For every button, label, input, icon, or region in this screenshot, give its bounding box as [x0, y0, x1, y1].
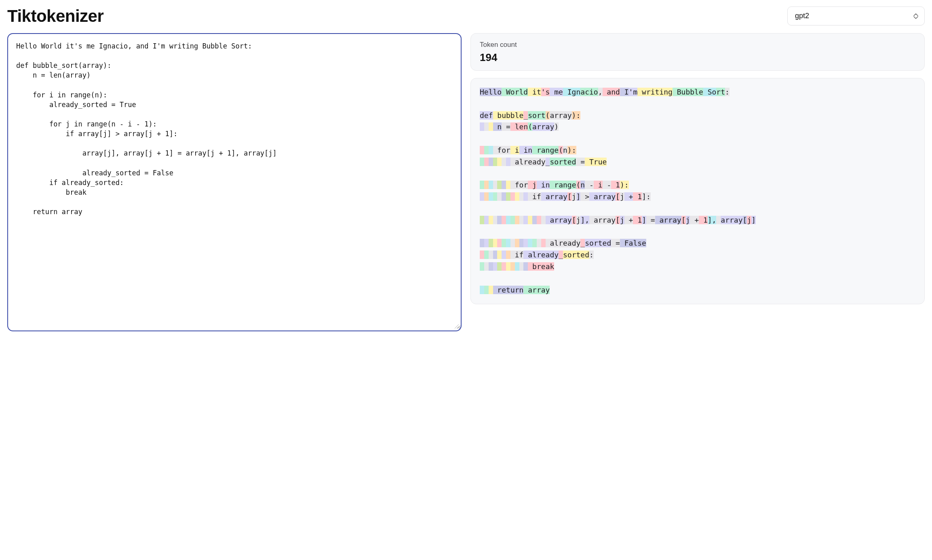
token: array [550, 111, 571, 120]
token [510, 239, 515, 247]
token: 1 [633, 192, 642, 201]
token: ( [576, 181, 581, 189]
token: already [523, 251, 559, 259]
token: array [541, 192, 567, 201]
token [489, 251, 493, 259]
token: j [686, 216, 690, 224]
token: j [620, 216, 624, 224]
token [493, 239, 498, 247]
token: if [510, 251, 524, 259]
token [489, 181, 493, 189]
token [510, 192, 515, 201]
token [506, 251, 510, 259]
token [541, 216, 546, 224]
token: ( [546, 111, 550, 120]
token: [ [743, 216, 747, 224]
token [480, 239, 484, 247]
token [510, 262, 515, 271]
token [515, 192, 519, 201]
token [497, 239, 502, 247]
token [484, 181, 489, 189]
token [523, 216, 528, 224]
token [489, 122, 493, 131]
token [484, 262, 489, 271]
token [493, 158, 498, 166]
token [506, 192, 510, 201]
token [480, 181, 484, 189]
token: 1 [611, 181, 620, 189]
token: sort [528, 111, 545, 120]
token [489, 216, 493, 224]
token [519, 239, 524, 247]
token [523, 262, 528, 271]
token: ) [554, 122, 559, 131]
token [497, 192, 502, 201]
token [506, 262, 510, 271]
token [484, 158, 489, 166]
token: acio [580, 88, 598, 96]
token: i [594, 181, 603, 189]
token: n [493, 122, 502, 131]
token: rt [716, 88, 725, 96]
token [519, 262, 524, 271]
token [502, 192, 506, 201]
token [484, 216, 489, 224]
token: ] [576, 192, 581, 201]
token [497, 158, 502, 166]
token: if [528, 192, 541, 201]
chevron-up-down-icon [913, 13, 919, 20]
token: + [624, 192, 633, 201]
text-input[interactable] [8, 34, 461, 329]
token [489, 239, 493, 247]
token: ] [642, 216, 646, 224]
token: array [546, 216, 572, 224]
tokens-visualization: Hello World it's me Ignacio, and I'm wri… [470, 78, 925, 304]
token [528, 239, 532, 247]
token: array [523, 286, 550, 294]
token [489, 262, 493, 271]
token [493, 216, 498, 224]
token: and [603, 88, 620, 96]
token: already [510, 158, 546, 166]
token [484, 146, 489, 154]
token [510, 216, 515, 224]
token: len [510, 122, 528, 131]
token [515, 262, 519, 271]
token [506, 158, 510, 166]
token: range [532, 146, 559, 154]
token: = [611, 239, 620, 247]
token: - [603, 181, 611, 189]
token [484, 192, 489, 201]
token: Hello [480, 88, 502, 96]
token: [ [616, 216, 620, 224]
token: ], [580, 216, 589, 224]
token [497, 251, 502, 259]
token [480, 286, 484, 294]
token [537, 216, 541, 224]
token: [ [681, 216, 686, 224]
token [497, 216, 502, 224]
token: range [550, 181, 576, 189]
token [515, 239, 519, 247]
token [506, 216, 510, 224]
token [506, 239, 510, 247]
token: [ [616, 192, 620, 201]
token: i [510, 146, 519, 154]
token [480, 158, 484, 166]
token: ): [567, 146, 576, 154]
token: : [725, 88, 730, 96]
token: , [598, 88, 603, 96]
token [502, 216, 506, 224]
token [528, 216, 532, 224]
token: True [585, 158, 607, 166]
token: sorted [550, 158, 576, 166]
token: = [646, 216, 655, 224]
token [502, 239, 506, 247]
token: sorted [585, 239, 611, 247]
token [489, 192, 493, 201]
token: So [703, 88, 717, 96]
token: ( [528, 122, 532, 131]
token [523, 239, 528, 247]
token: + [624, 216, 633, 224]
model-select[interactable]: gpt2 [787, 6, 925, 25]
